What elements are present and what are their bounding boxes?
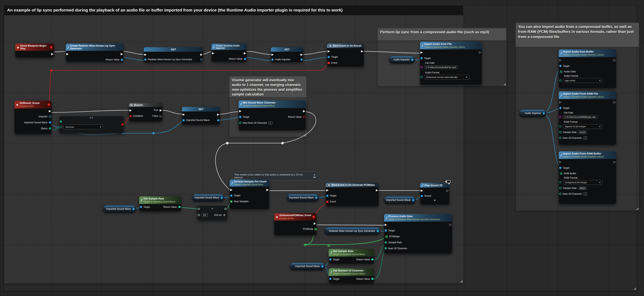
exec-in-pin[interactable]: ▶	[66, 52, 69, 55]
sound-wave-pin[interactable]	[49, 121, 51, 123]
event-delegate-pin[interactable]	[328, 62, 330, 64]
exec-out-pin[interactable]: ▶	[300, 53, 303, 56]
variable-pill-audio-importer[interactable]: Audio Importer	[389, 56, 415, 63]
variable-pill-imported-sound-wave[interactable]: Imported Sound Wave	[290, 262, 325, 270]
num-channels-input[interactable]: 1	[583, 192, 587, 196]
file-path-input[interactable]: C:\Folder\SomeRAWAudio.raw	[563, 115, 597, 119]
exec-in-pin[interactable]: ▶	[144, 53, 147, 56]
target-pin[interactable]	[239, 116, 241, 118]
node-get-num-channels[interactable]: ƒ Get Number Of Channels Target is Impor…	[329, 268, 374, 283]
exec-out-pin[interactable]: ▷	[613, 59, 616, 61]
node-set-importer[interactable]: SET ▶ ▶ Audio Importer	[271, 47, 303, 62]
output-pin[interactable]	[217, 119, 219, 121]
exec-in-pin[interactable]: ▶	[326, 189, 329, 192]
node-equal-enum[interactable]: == Success▾	[59, 116, 124, 133]
raw-format-pin[interactable]	[559, 181, 562, 183]
output-pin[interactable]	[221, 197, 223, 199]
pin-icon[interactable]	[314, 174, 316, 176]
target-pin[interactable]	[329, 258, 332, 260]
raw-format-pin[interactable]	[559, 125, 562, 127]
raw-buffer-array-pin[interactable]	[560, 173, 561, 173]
add-pin-button[interactable]: ⊕	[223, 213, 226, 217]
variable-pill-lip-sync-generator[interactable]: Realistic Meta Human Lip Sync Generator	[324, 227, 380, 235]
num-samples-pin[interactable]	[230, 200, 232, 203]
status-pin[interactable]	[49, 127, 51, 129]
exec-in-pin[interactable]: ▶	[239, 109, 242, 112]
node-on-result-event[interactable]: ◈ OnResult_Event Custom Event ▶ Importer…	[14, 101, 52, 134]
importer-pin[interactable]	[49, 115, 51, 117]
sample-rate-input[interactable]: 48000	[578, 187, 587, 190]
exec-in-pin[interactable]: ▶	[130, 109, 132, 112]
exec-out-pin[interactable]: ▷	[449, 223, 452, 226]
return-value-pin[interactable]	[244, 58, 246, 60]
node-create-importer[interactable]: ƒ Create Runtime Audio Importer ▶ ▶ Retu…	[212, 44, 247, 62]
node-set-num-samples[interactable]: ƒ Set Num Samples Per Chunk Target is Im…	[230, 179, 269, 209]
node-divide[interactable]: ÷ 100 Add pin ⊕	[197, 206, 227, 220]
sample-rate-input[interactable]: 44100	[578, 131, 587, 134]
reroute-array-node[interactable]	[304, 244, 304, 244]
exec-out-pin[interactable]: ▶	[266, 188, 269, 191]
exec-out-pin[interactable]: ▶	[314, 222, 316, 225]
audio-data-array-pin[interactable]	[560, 71, 561, 71]
output-pin[interactable]	[315, 197, 317, 199]
reroute-node[interactable]	[226, 142, 229, 144]
sample-rate-pin[interactable]	[559, 187, 562, 189]
node-create-generator[interactable]: ƒ Create Realistic Meta Human Lip Sync G…	[66, 44, 124, 62]
exec-in-pin[interactable]: ▶	[328, 50, 330, 53]
target-pin[interactable]	[559, 65, 562, 67]
num-channels-pin[interactable]	[559, 193, 562, 195]
bubble-icon[interactable]	[314, 177, 316, 179]
node-bind-on-result[interactable]: Bind Event to On Result ▶ ▶ Target Event	[327, 44, 364, 67]
event-delegate-pin[interactable]	[326, 201, 328, 203]
output-pin[interactable]	[132, 208, 134, 210]
reroute-node[interactable]	[50, 69, 52, 71]
node-mix-channels[interactable]: ƒ Mix Sound Wave Channels Target is Impo…	[238, 100, 306, 130]
exec-in-pin[interactable]: ▶	[421, 189, 423, 192]
exec-out-pin[interactable]: ▶	[303, 109, 305, 112]
raw-format-dropdown[interactable]: Unsigned 8-bit integer▾	[563, 180, 602, 185]
file-path-input[interactable]: C:\Folder\SomeAudioFile.mp3	[424, 65, 458, 69]
exec-out-pin[interactable]: ▶	[49, 109, 51, 112]
false-exec-pin[interactable]: ▷	[160, 115, 162, 117]
input-pin[interactable]	[182, 119, 185, 121]
node-on-generate-event[interactable]: ◈ OnGeneratePCMData_Event Custom Event ▶…	[274, 213, 316, 235]
exec-in-pin[interactable]: ▶	[182, 113, 185, 116]
num-channels-input[interactable]: 1	[268, 121, 272, 124]
reroute-node[interactable]	[281, 142, 284, 144]
return-value-pin[interactable]	[303, 116, 305, 118]
sample-rate-pin[interactable]	[559, 131, 562, 133]
reroute-array-node[interactable]	[328, 244, 328, 245]
file-path-pin[interactable]	[420, 66, 423, 68]
exec-out-pin[interactable]: ▶	[376, 189, 378, 192]
return-value-pin[interactable]	[178, 206, 180, 208]
target-pin[interactable]	[140, 206, 142, 208]
audio-format-pin[interactable]	[420, 76, 423, 78]
input-pin[interactable]	[272, 59, 274, 61]
num-channels-input[interactable]: 2	[583, 136, 587, 139]
output-pin[interactable]	[200, 59, 202, 61]
output-pin[interactable]	[377, 230, 379, 232]
target-pin[interactable]	[420, 57, 423, 59]
exec-out-pin[interactable]: ▷	[613, 100, 616, 103]
return-value-pin[interactable]	[372, 258, 374, 260]
output-pin[interactable]	[321, 265, 324, 267]
return-value-pin[interactable]	[372, 278, 374, 280]
exec-out-pin[interactable]: ▶	[51, 52, 54, 55]
target-pin[interactable]	[385, 229, 387, 232]
node-import-audio-file[interactable]: ƒ Import Audio from File Target is Runti…	[420, 42, 482, 85]
node-import-audio-buffer[interactable]: ƒ Import Audio from Buffer Target is Run…	[559, 49, 616, 88]
exec-in-pin[interactable]: ▷	[559, 160, 562, 163]
num-channels-pin[interactable]	[559, 137, 562, 139]
target-pin[interactable]	[230, 195, 232, 197]
node-play-sound-2d[interactable]: ƒ Play Sound 2D ▶ ▷ Sound ▾	[420, 183, 450, 205]
target-pin[interactable]	[559, 167, 562, 169]
exec-out-pin[interactable]: ▶	[361, 50, 363, 53]
condition-pin[interactable]	[130, 115, 132, 117]
file-path-pin[interactable]	[559, 116, 562, 118]
output-pin[interactable]	[412, 199, 414, 201]
input-b-pin[interactable]	[198, 214, 200, 216]
variable-pill-imported-sound-wave[interactable]: Imported Sound Wave	[287, 194, 319, 201]
sample-rate-pin[interactable]	[385, 241, 387, 243]
variable-pill-audio-importer[interactable]: Audio Importer	[519, 109, 546, 117]
exec-in-pin[interactable]: ▷	[559, 59, 562, 61]
